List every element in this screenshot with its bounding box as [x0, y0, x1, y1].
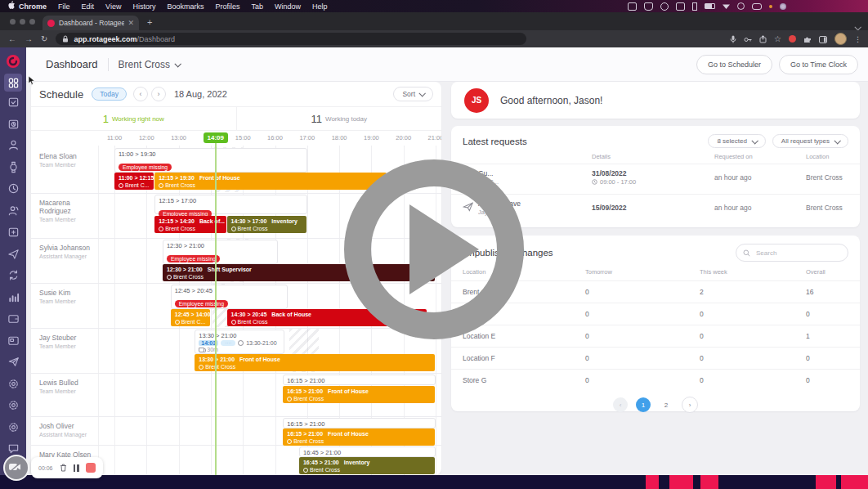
sort-button[interactable]: Sort [393, 87, 433, 101]
menu-item-file[interactable]: File [58, 2, 70, 11]
side-panel-icon[interactable] [819, 32, 827, 47]
address-bar[interactable]: app.rotageek.com /Dashboard [56, 33, 526, 45]
open-shift-note[interactable]: 12:45 > 20:45Employee missing30m [171, 285, 288, 309]
browser-menu-kebab-icon[interactable]: ⋮ [854, 35, 861, 43]
open-shift-note[interactable]: 13:30 > 21:0014:03····13:30-21:0030m [195, 330, 284, 354]
at-icon[interactable] [660, 2, 669, 11]
filter-all-request-types[interactable]: All request types [772, 134, 848, 148]
pagination-next-button[interactable]: › [682, 397, 698, 413]
mic-icon[interactable] [730, 32, 736, 47]
menu-item-bookmarks[interactable]: Bookmarks [167, 2, 204, 11]
shift-bar[interactable]: 16:45 > 21:00InventoryBrent Cross [299, 457, 435, 474]
tab-close-icon[interactable]: ✕ [128, 19, 134, 27]
menu-item-chrome[interactable]: Chrome [19, 2, 47, 11]
shift-bar[interactable]: 14:30 > 17:00InventoryBrent Cross [227, 216, 306, 233]
screen-rec-icon[interactable] [628, 2, 637, 11]
calendar-check-icon[interactable] [7, 96, 20, 109]
request-row[interactable]: Gu...Jay S...31/08/202209:00 - 17:00an h… [451, 164, 860, 191]
pagination-page-1[interactable]: 1 [636, 397, 651, 412]
unpublished-row[interactable]: Location E001 [451, 325, 860, 347]
key-icon[interactable] [744, 32, 752, 47]
chat-icon[interactable] [7, 442, 20, 455]
wallet-icon[interactable] [7, 312, 20, 325]
employee-cell[interactable]: Josh OliverAssistant Manager [39, 422, 101, 437]
menu-item-view[interactable]: View [105, 2, 121, 11]
user-avatar[interactable]: JS [464, 88, 489, 113]
open-shift-note[interactable]: 11:00 > 19:30Employee missing30m [114, 148, 307, 173]
menu-item-help[interactable]: Help [312, 2, 328, 11]
apple-icon[interactable] [8, 1, 16, 11]
unpublished-row[interactable]: Store G000 [451, 369, 860, 391]
battery-icon[interactable] [705, 3, 715, 9]
menu-item-tab[interactable]: Tab [251, 2, 263, 11]
gear-icon[interactable] [7, 399, 20, 412]
control-center-icon[interactable] [752, 3, 762, 10]
calendar-clock-icon[interactable] [7, 117, 20, 130]
unpublished-row[interactable]: Location F000 [451, 347, 860, 369]
pause-recording-button[interactable] [74, 464, 79, 472]
person-greet-icon[interactable] [7, 204, 20, 217]
window-close-button[interactable] [10, 19, 16, 25]
stop-recording-button[interactable] [86, 463, 96, 473]
video-play-icon[interactable] [409, 204, 479, 294]
unpublished-row[interactable]: Bromley000 [451, 303, 860, 325]
search-box[interactable] [736, 244, 848, 262]
menu-item-profiles[interactable]: Profiles [215, 2, 239, 11]
watch-icon[interactable] [7, 160, 20, 173]
shift-bar[interactable]: 12:45 > 14:00Brent C... [171, 309, 210, 326]
menu-item-edit[interactable]: Edit [82, 2, 95, 11]
employee-cell[interactable]: Macarena RodriguezTeam Member [39, 199, 101, 222]
delete-recording-button[interactable] [60, 460, 67, 475]
pagination-prev-button[interactable]: ‹ [613, 397, 628, 412]
siri-icon[interactable] [780, 3, 786, 10]
share-icon[interactable] [759, 32, 767, 47]
plane-clock-icon[interactable] [7, 247, 20, 260]
today-button[interactable]: Today [92, 87, 127, 101]
shift-bar[interactable]: 16:15 > 21:00Front of HouseBrent Cross [283, 428, 435, 446]
sync-icon[interactable] [7, 269, 20, 282]
camera-off-button[interactable] [3, 455, 29, 481]
bookmark-star-icon[interactable]: ☆ [774, 34, 781, 43]
pagination-page-2[interactable]: 2 [659, 397, 673, 412]
window-minimize-button[interactable] [20, 19, 25, 25]
reload-button[interactable]: ↻ [41, 34, 47, 43]
gear-icon[interactable] [7, 377, 20, 390]
filter-8-selected[interactable]: 8 selected [708, 134, 765, 148]
back-button[interactable]: ← [8, 34, 16, 43]
wifi-icon[interactable] [723, 3, 730, 9]
forward-button[interactable]: → [25, 34, 33, 43]
go-to-time-clock-button[interactable]: Go to Time Clock [779, 55, 858, 74]
paper-plane-icon[interactable] [7, 356, 20, 369]
open-shift-note[interactable]: 16:15 > 21:00 [283, 375, 436, 385]
profile-avatar[interactable] [834, 33, 847, 45]
employee-cell[interactable]: Susie KimTeam Member [39, 289, 101, 304]
open-shift-note[interactable]: 16:15 > 21:00 [283, 418, 436, 428]
shift-bar[interactable]: 13:30 > 21:00Front of HouseBrent Cross [195, 354, 435, 371]
location-selector[interactable]: Brent Cross [119, 59, 180, 70]
window-zoom-button[interactable] [29, 19, 35, 25]
person-icon[interactable] [7, 139, 20, 152]
new-tab-button[interactable]: + [147, 18, 152, 27]
employee-cell[interactable]: Lewis BulledTeam Member [39, 379, 101, 394]
shift-bar[interactable]: 16:15 > 21:00Front of HouseBrent Cross [283, 386, 435, 403]
shift-bar[interactable]: 11:00 > 12:15Brent C... [114, 173, 154, 190]
card-icon[interactable] [7, 334, 20, 347]
shield-icon[interactable] [644, 2, 653, 11]
gear-icon[interactable] [7, 420, 20, 433]
menu-item-history[interactable]: History [132, 2, 155, 11]
browser-tab[interactable]: Dashboard - Rotageek ✕ [43, 16, 139, 30]
shift-bar[interactable]: 12:15 > 19:30Front of HouseBrent Cross [154, 173, 387, 190]
employee-cell[interactable]: Elena SloanTeam Member [39, 152, 101, 168]
recording-indicator-icon[interactable] [789, 35, 796, 43]
open-shift-note[interactable]: 16:45 > 21:00 [299, 446, 436, 457]
calendar-plus-icon[interactable] [7, 226, 20, 239]
bluetooth-icon[interactable] [692, 2, 697, 11]
menu-item-window[interactable]: Window [275, 2, 301, 11]
prev-day-button[interactable]: ‹ [133, 87, 148, 101]
clock-icon[interactable] [7, 182, 20, 195]
extensions-puzzle-icon[interactable] [803, 32, 812, 47]
chart-icon[interactable] [7, 290, 20, 303]
spotlight-search-icon[interactable] [737, 2, 745, 10]
go-to-scheduler-button[interactable]: Go to Scheduler [696, 55, 772, 74]
dashboard-icon[interactable] [4, 74, 22, 92]
